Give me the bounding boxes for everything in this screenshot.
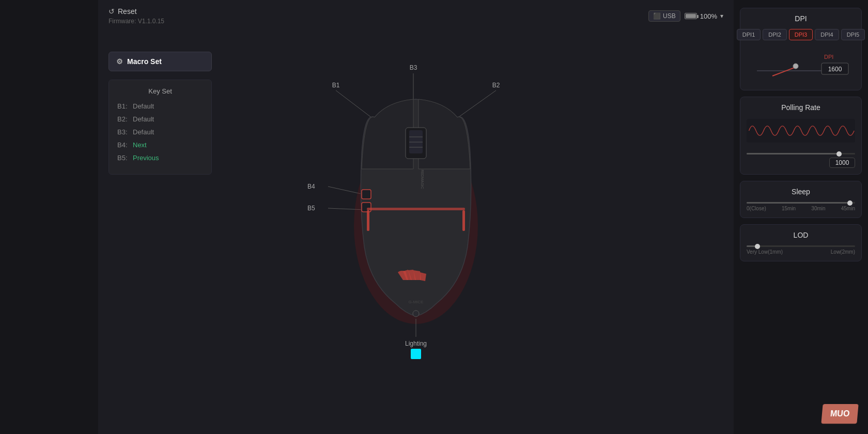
- svg-line-29: [772, 67, 796, 76]
- mouse-diagram-area: B3 B1 B2 B4 B5: [98, 28, 734, 434]
- svg-text:B5: B5: [307, 205, 315, 212]
- svg-rect-12: [406, 128, 426, 159]
- svg-rect-17: [362, 190, 371, 199]
- battery-icon: [685, 13, 697, 19]
- dpi-tab-2[interactable]: DPI2: [763, 29, 786, 40]
- svg-text:B1: B1: [332, 82, 340, 89]
- lod-slider-track[interactable]: [747, 245, 855, 247]
- sleep-slider-thumb[interactable]: [847, 200, 853, 206]
- sleep-label-45: 45min: [841, 206, 855, 211]
- lod-title: LOD: [747, 231, 855, 239]
- svg-rect-18: [362, 203, 371, 212]
- svg-text:G-MICE: G-MICE: [409, 300, 424, 304]
- polling-rate-section: Polling Rate 1000: [740, 97, 862, 175]
- muo-watermark: MUO: [821, 404, 859, 424]
- sleep-title: Sleep: [747, 188, 855, 196]
- sleep-label-15: 15min: [782, 206, 796, 211]
- svg-rect-20: [462, 210, 465, 231]
- usb-icon: ⬛: [653, 12, 661, 20]
- dpi-tab-3[interactable]: DPI3: [789, 29, 813, 40]
- sleep-label-0: 0(Close): [747, 206, 766, 211]
- polling-value-input[interactable]: 1000: [829, 158, 855, 168]
- polling-slider-area: [747, 153, 855, 154]
- battery-indicator: 100% ▾: [685, 12, 723, 20]
- sleep-slider-fill: [747, 202, 850, 204]
- svg-rect-27: [411, 349, 421, 359]
- lod-labels: Very Low(1mm) Low(2mm): [747, 249, 855, 255]
- svg-text:B3: B3: [410, 64, 417, 71]
- sleep-label-30: 30min: [811, 206, 825, 211]
- polling-slider-fill: [747, 153, 839, 154]
- right-panel: DPI DPI1 DPI2 DPI3 DPI4 DPI5 DPI 1600: [734, 0, 868, 434]
- svg-text:B2: B2: [492, 82, 500, 89]
- reset-button[interactable]: ↺ Reset: [109, 7, 164, 16]
- svg-point-24: [413, 311, 419, 317]
- reset-label: Reset: [118, 7, 137, 16]
- svg-point-11: [375, 153, 457, 298]
- lod-label-low: Low(2mm): [831, 249, 855, 255]
- firmware-text: Firmware: V1.1.0.15: [109, 18, 164, 25]
- svg-line-7: [328, 187, 377, 197]
- svg-rect-13: [409, 130, 423, 153]
- sleep-slider-area: [747, 202, 855, 204]
- reset-icon: ↺: [109, 7, 115, 16]
- svg-point-30: [793, 64, 798, 69]
- usb-badge: ⬛ USB: [648, 10, 680, 22]
- main-content: ↺ Reset Firmware: V1.1.0.15 ⬛ USB 100% ▾…: [98, 0, 734, 434]
- top-bar: ↺ Reset Firmware: V1.1.0.15 ⬛ USB 100% ▾: [98, 0, 734, 28]
- left-sidebar: [0, 0, 98, 434]
- polling-slider-thumb[interactable]: [836, 151, 842, 157]
- svg-rect-21: [367, 208, 465, 210]
- svg-text:Lighting: Lighting: [405, 340, 427, 347]
- polling-slider-track[interactable]: [747, 153, 855, 154]
- dpi-tab-5[interactable]: DPI5: [841, 29, 865, 40]
- polling-value-row: 1000: [747, 158, 855, 168]
- svg-line-5: [455, 90, 496, 120]
- lod-slider-thumb[interactable]: [755, 244, 760, 249]
- svg-text:DPI: DPI: [824, 54, 833, 60]
- battery-fill: [686, 14, 696, 18]
- svg-point-10: [354, 128, 478, 324]
- diagram-lines-svg: B3 B1 B2 B4 B5: [261, 50, 571, 412]
- dpi-title: DPI: [747, 14, 855, 23]
- top-right: ⬛ USB 100% ▾: [648, 10, 723, 22]
- chevron-down-icon[interactable]: ▾: [720, 12, 723, 20]
- lod-slider-area: [747, 245, 855, 247]
- svg-text:REDMAGIC: REDMAGIC: [421, 169, 424, 189]
- polling-rate-title: Polling Rate: [747, 103, 855, 112]
- top-left: ↺ Reset Firmware: V1.1.0.15: [109, 7, 164, 25]
- usb-label: USB: [663, 12, 676, 20]
- svg-text:1600: 1600: [828, 66, 842, 73]
- sleep-section: Sleep 0(Close) 15min 30min 45min: [740, 181, 862, 218]
- sleep-slider-track[interactable]: [747, 202, 855, 204]
- dpi-tab-4[interactable]: DPI4: [815, 29, 839, 40]
- sleep-labels: 0(Close) 15min 30min 45min: [747, 206, 855, 211]
- lod-label-very-low: Very Low(1mm): [747, 249, 783, 255]
- svg-line-9: [328, 208, 377, 210]
- polling-waveform-svg: [747, 118, 855, 144]
- dpi-control-area: DPI 1600: [747, 48, 855, 84]
- dpi-tabs: DPI1 DPI2 DPI3 DPI4 DPI5: [747, 29, 855, 40]
- battery-percent: 100%: [700, 12, 717, 20]
- svg-text:B4: B4: [307, 183, 315, 190]
- dpi-tab-1[interactable]: DPI1: [737, 29, 761, 40]
- lod-section: LOD Very Low(1mm) Low(2mm): [740, 224, 862, 261]
- svg-rect-19: [367, 210, 369, 231]
- svg-line-3: [336, 90, 375, 120]
- diagram-wrapper: B3 B1 B2 B4 B5: [261, 50, 571, 412]
- dpi-section: DPI DPI1 DPI2 DPI3 DPI4 DPI5 DPI 1600: [740, 8, 862, 90]
- dpi-svg: DPI 1600: [747, 48, 865, 84]
